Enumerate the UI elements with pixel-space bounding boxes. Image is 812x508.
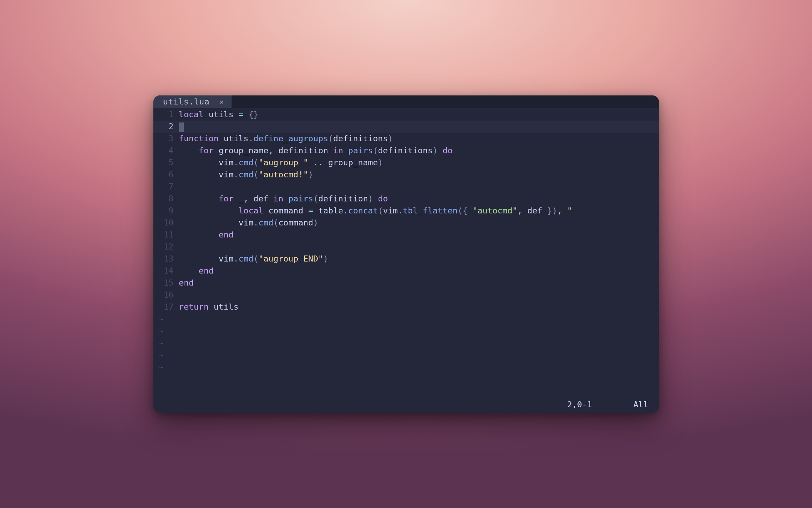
- token: .: [248, 134, 253, 143]
- tilde-marker: ~: [153, 313, 659, 325]
- token: definition: [318, 194, 368, 203]
- code-line[interactable]: 16: [153, 289, 659, 301]
- token: ): [368, 194, 373, 203]
- token: function: [179, 134, 219, 143]
- token: vim: [179, 158, 234, 167]
- token: ): [433, 146, 438, 155]
- token: def: [523, 206, 547, 215]
- token: ): [388, 134, 393, 143]
- line-number: 10: [153, 217, 179, 229]
- line-content[interactable]: return utils: [179, 301, 659, 313]
- token: ): [323, 254, 328, 263]
- code-line[interactable]: 5 vim.cmd("augroup " .. group_name): [153, 157, 659, 169]
- token: {}: [248, 110, 259, 119]
- token: for: [218, 194, 233, 203]
- line-number: 8: [153, 193, 179, 205]
- token: group_name: [323, 158, 378, 167]
- line-number: 14: [153, 265, 179, 277]
- token: local: [179, 110, 204, 119]
- token: def: [248, 194, 273, 203]
- code-line[interactable]: 12: [153, 241, 659, 253]
- token: [179, 146, 199, 155]
- line-content[interactable]: local command = table.concat(vim.tbl_fla…: [179, 205, 659, 217]
- token: [562, 206, 567, 215]
- close-icon[interactable]: ×: [219, 98, 224, 106]
- code-line[interactable]: 2: [153, 121, 659, 133]
- line-content[interactable]: end: [179, 265, 659, 277]
- token: "autocmd!": [258, 170, 308, 179]
- token: concat: [348, 206, 378, 215]
- token: [179, 194, 219, 203]
- line-content[interactable]: vim.cmd("augroup " .. group_name): [179, 157, 659, 169]
- scroll-indicator: All: [633, 400, 648, 409]
- code-line[interactable]: 7: [153, 181, 659, 193]
- token: return: [179, 302, 209, 311]
- token: ({: [458, 206, 473, 215]
- line-content[interactable]: for _, def in pairs(definition) do: [179, 193, 659, 205]
- token: do: [443, 146, 453, 155]
- token: .: [233, 158, 238, 167]
- line-content[interactable]: end: [179, 229, 659, 241]
- token: ): [308, 170, 313, 179]
- token: cmd: [238, 170, 253, 179]
- code-line[interactable]: 10 vim.cmd(command): [153, 217, 659, 229]
- token: [373, 194, 378, 203]
- code-line[interactable]: 6 vim.cmd("autocmd!"): [153, 169, 659, 181]
- token: vim: [179, 170, 234, 179]
- token: "augroup END": [258, 254, 323, 263]
- token: vim: [383, 206, 398, 215]
- cursor-position: 2,0-1: [567, 400, 592, 409]
- code-line[interactable]: 11 end: [153, 229, 659, 241]
- line-content[interactable]: end: [179, 277, 659, 289]
- code-line[interactable]: 8 for _, def in pairs(definition) do: [153, 193, 659, 205]
- token: (: [253, 254, 258, 263]
- token: ,: [517, 206, 522, 215]
- line-content[interactable]: [179, 121, 659, 133]
- line-number: 11: [153, 229, 179, 241]
- line-number: 16: [153, 289, 179, 301]
- token: local: [238, 206, 263, 215]
- line-content[interactable]: for group_name, definition in pairs(defi…: [179, 145, 659, 157]
- code-line[interactable]: 4 for group_name, definition in pairs(de…: [153, 145, 659, 157]
- code-line[interactable]: 17return utils: [153, 301, 659, 313]
- token: "autocmd": [473, 206, 517, 215]
- token: tbl_flatten: [403, 206, 458, 215]
- token: for: [198, 146, 214, 155]
- token: ): [313, 218, 318, 227]
- line-content[interactable]: local utils = {}: [179, 109, 659, 121]
- token: ,: [268, 146, 273, 155]
- token: vim: [179, 254, 234, 263]
- code-line[interactable]: 1local utils = {}: [153, 109, 659, 121]
- editor-window: utils.lua × 1local utils = {}23function …: [153, 95, 659, 413]
- token: [179, 230, 219, 239]
- code-line[interactable]: 3function utils.define_augroups(definiti…: [153, 133, 659, 145]
- token: (: [378, 206, 383, 215]
- line-content[interactable]: vim.cmd("autocmd!"): [179, 169, 659, 181]
- token: "augroup ": [258, 158, 308, 167]
- editor-body[interactable]: 1local utils = {}23function utils.define…: [153, 108, 659, 413]
- token: definitions: [378, 146, 433, 155]
- token: ,: [244, 194, 248, 203]
- token: ): [378, 158, 383, 167]
- code-line[interactable]: 9 local command = table.concat(vim.tbl_f…: [153, 205, 659, 217]
- line-number: 15: [153, 277, 179, 289]
- line-number: 1: [153, 109, 179, 121]
- code-line[interactable]: 13 vim.cmd("augroup END"): [153, 253, 659, 265]
- token: .: [343, 206, 348, 215]
- empty-line-tildes: ~~~~~: [153, 313, 659, 373]
- tab-file[interactable]: utils.lua ×: [153, 95, 232, 108]
- token: command: [278, 218, 313, 227]
- code-line[interactable]: 15end: [153, 277, 659, 289]
- token: .: [233, 170, 238, 179]
- line-content[interactable]: function utils.define_augroups(definitio…: [179, 133, 659, 145]
- token: cmd: [238, 254, 253, 263]
- token: [308, 158, 313, 167]
- token: ,: [557, 206, 562, 215]
- tilde-marker: ~: [153, 337, 659, 349]
- code-area[interactable]: 1local utils = {}23function utils.define…: [153, 109, 659, 313]
- token: [244, 110, 248, 119]
- line-content[interactable]: vim.cmd("augroup END"): [179, 253, 659, 265]
- code-line[interactable]: 14 end: [153, 265, 659, 277]
- line-content[interactable]: vim.cmd(command): [179, 217, 659, 229]
- line-number: 6: [153, 169, 179, 181]
